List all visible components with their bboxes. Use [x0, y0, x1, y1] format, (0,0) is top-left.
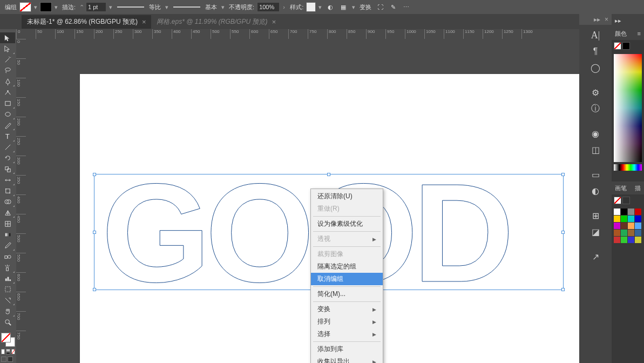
handle-bl[interactable]	[93, 288, 96, 291]
scale-tool[interactable]	[0, 164, 15, 174]
menu-pixel-perfect[interactable]: 设为像素级优化	[311, 218, 383, 230]
fill-dropdown[interactable]: ▾	[32, 2, 39, 12]
hand-tool[interactable]	[0, 306, 15, 317]
pathfinder-panel-icon[interactable]: ◪	[583, 225, 608, 239]
asset-export-panel-icon[interactable]: ↗	[583, 250, 608, 264]
paragraph-panel-icon[interactable]: ¶	[583, 44, 608, 58]
free-transform-tool[interactable]	[0, 186, 15, 197]
curvature-tool[interactable]	[0, 87, 15, 98]
symbol-sprayer-tool[interactable]	[0, 262, 15, 273]
vertical-ruler[interactable]: 0501001502002503003504004505005506006507…	[16, 39, 26, 363]
perspective-tool[interactable]	[0, 207, 15, 218]
handle-tr[interactable]	[561, 173, 565, 176]
opacity-dd[interactable]: ›	[281, 2, 287, 12]
properties-panel-icon[interactable]: ⚙	[583, 85, 608, 99]
selection-tool[interactable]	[0, 32, 15, 43]
swatch-grid[interactable]	[612, 206, 644, 245]
blend-tool[interactable]	[0, 251, 15, 262]
handle-br[interactable]	[561, 288, 565, 291]
stroke-swatch[interactable]	[40, 2, 52, 12]
menu-undo[interactable]: 还原清除(U)	[311, 190, 383, 203]
recolor-icon[interactable]: ◐	[324, 1, 336, 13]
tab-label: 网格.eps* @ 11.99% (RGB/GPU 预览)	[157, 17, 267, 26]
menu-arrange[interactable]: 排列▶	[311, 315, 383, 328]
profile-dd[interactable]: ▾	[220, 2, 226, 12]
menu-add-to-library[interactable]: 添加到库	[311, 343, 383, 355]
menu-simplify[interactable]: 简化(M)...	[311, 288, 383, 300]
menu-collect-export[interactable]: 收集以导出▶	[311, 355, 383, 363]
transparency-panel-icon[interactable]: ◐	[583, 184, 608, 198]
color-tab[interactable]: 颜色≡	[612, 27, 644, 40]
eyedropper-tool[interactable]	[0, 240, 15, 251]
character-panel-icon[interactable]: A|	[583, 28, 608, 42]
color-panel-header[interactable]: ▸▸	[612, 14, 644, 27]
canvas[interactable]: GOOD 路径	[26, 39, 579, 363]
brush-panel-header[interactable]: 画笔描	[612, 182, 644, 194]
magic-wand-tool[interactable]	[0, 55, 15, 65]
gradient-tool[interactable]	[0, 230, 15, 240]
fill-color[interactable]	[1, 333, 11, 342]
width-tool[interactable]	[0, 174, 15, 185]
column-graph-tool[interactable]	[0, 273, 15, 284]
svg-point-18	[8, 255, 11, 258]
tab-untitled[interactable]: 未标题-1* @ 62.86% (RGB/GPU 预览) ×	[22, 15, 151, 29]
info-panel-icon[interactable]: ⓘ	[583, 102, 608, 116]
menu-transform[interactable]: 变换▶	[311, 303, 383, 315]
isolate-icon[interactable]: ⛶	[374, 1, 386, 13]
mesh-tool[interactable]	[0, 218, 15, 229]
align-dd[interactable]: ▾	[350, 2, 357, 12]
profile-sample	[173, 6, 200, 8]
stroke-weight-input[interactable]	[86, 2, 106, 12]
glyphs-panel-icon[interactable]: ◯	[583, 60, 608, 75]
align-panel-icon[interactable]: ⊞	[583, 209, 608, 223]
paintbrush-tool[interactable]	[0, 120, 15, 131]
slice-tool[interactable]	[0, 295, 15, 306]
ellipse-tool[interactable]	[0, 109, 15, 120]
zoom-tool[interactable]	[0, 317, 15, 328]
style-dd[interactable]: ▾	[317, 2, 323, 12]
hue-strip[interactable]	[614, 164, 642, 171]
dash-dd[interactable]: ▾	[164, 2, 170, 12]
appearance-panel-icon[interactable]: ◉	[583, 126, 608, 140]
more-icon[interactable]: ⋯	[400, 1, 412, 13]
pen-tool[interactable]	[0, 76, 15, 87]
color-mode-buttons[interactable]	[0, 348, 16, 355]
close-icon[interactable]: ×	[605, 16, 608, 23]
fill-stroke-swatches[interactable]	[0, 332, 16, 348]
handle-tm[interactable]	[327, 173, 330, 176]
close-icon[interactable]: ×	[272, 18, 276, 26]
stroke-dropdown[interactable]: ▾	[53, 2, 59, 12]
shape-builder-tool[interactable]	[0, 197, 15, 207]
style-swatch[interactable]	[306, 2, 316, 12]
stroke-stepper[interactable]: ⌃	[78, 2, 85, 12]
line-tool[interactable]	[0, 142, 15, 153]
menu-ungroup[interactable]: 取消编组	[311, 273, 383, 285]
transform-label[interactable]: 变换	[360, 3, 371, 11]
artboard-tool[interactable]	[0, 284, 15, 295]
tab-grid-eps[interactable]: 网格.eps* @ 11.99% (RGB/GPU 预览) ×	[151, 15, 281, 29]
handle-ml[interactable]	[93, 231, 96, 234]
menu-isolate-group[interactable]: 隔离选定的组	[311, 260, 383, 273]
handle-tl[interactable]	[93, 173, 96, 176]
fill-swatch[interactable]	[19, 2, 31, 12]
direct-selection-tool[interactable]	[0, 43, 15, 54]
edit-icon[interactable]: ✎	[387, 1, 399, 13]
color-fill-stroke[interactable]	[612, 40, 644, 52]
collapse-icon[interactable]: ▸▸	[594, 16, 600, 23]
rotate-tool[interactable]	[0, 153, 15, 164]
horizontal-ruler[interactable]: 0501001502002503003504004505005506006507…	[16, 29, 579, 39]
rectangle-tool[interactable]	[0, 98, 15, 109]
stroke-weight-dd[interactable]: ▾	[107, 2, 114, 12]
handle-mr[interactable]	[561, 231, 565, 234]
screen-mode-buttons[interactable]	[0, 355, 16, 363]
opacity-input[interactable]	[257, 2, 280, 12]
color-spectrum[interactable]	[614, 54, 642, 162]
align-icon[interactable]: ▦	[337, 1, 349, 13]
layers-panel-icon[interactable]: ◫	[583, 143, 608, 157]
menu-select[interactable]: 选择▶	[311, 328, 383, 340]
type-tool[interactable]: T	[0, 131, 15, 142]
brush-swatches[interactable]	[612, 194, 644, 206]
gradient-panel-icon[interactable]: ▭	[583, 167, 608, 182]
close-icon[interactable]: ×	[142, 18, 146, 26]
lasso-tool[interactable]	[0, 65, 15, 76]
